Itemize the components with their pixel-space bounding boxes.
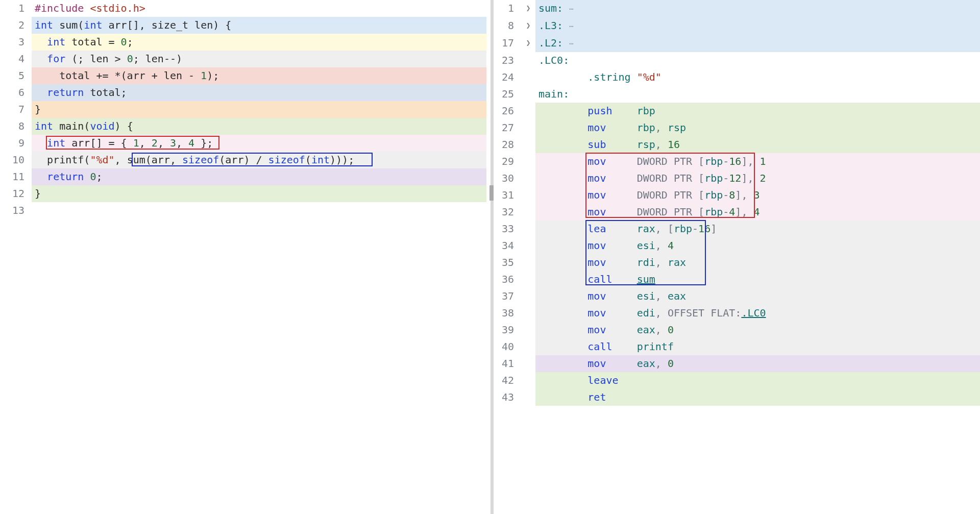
code-line[interactable]: 35 mov rdi, rax bbox=[494, 254, 980, 271]
code-content[interactable]: #include <stdio.h> bbox=[32, 0, 486, 17]
fold-chevron-icon[interactable]: ❯ bbox=[521, 17, 535, 35]
code-content[interactable]: total += *(arr + len - 1); bbox=[32, 67, 486, 84]
code-token: int bbox=[35, 120, 59, 132]
code-line[interactable]: 5 total += *(arr + len - 1); bbox=[0, 67, 486, 84]
code-content[interactable]: mov DWORD PTR [rbp-16], 1 bbox=[535, 153, 980, 170]
source-pane[interactable]: 1#include <stdio.h>2int sum(int arr[], s… bbox=[0, 0, 486, 514]
code-content[interactable]: mov esi, 4 bbox=[535, 237, 980, 254]
fold-chevron-icon[interactable]: ❯ bbox=[521, 0, 535, 17]
code-token: ( bbox=[78, 19, 84, 31]
code-line[interactable]: 38 mov edi, OFFSET FLAT:.LC0 bbox=[494, 305, 980, 322]
pane-splitter[interactable] bbox=[486, 0, 494, 514]
code-line[interactable]: 41 mov eax, 0 bbox=[494, 355, 980, 372]
code-line[interactable]: 8❯.L3: ⋯ bbox=[494, 17, 980, 35]
code-content[interactable]: int arr[] = { 1, 2, 3, 4 }; bbox=[32, 135, 486, 152]
fold-chevron-icon[interactable]: ❯ bbox=[521, 35, 535, 52]
code-token bbox=[538, 105, 587, 117]
code-content[interactable]: mov rdi, rax bbox=[535, 254, 980, 271]
code-content[interactable]: mov DWORD PTR [rbp-12], 2 bbox=[535, 170, 980, 187]
code-line[interactable]: 28 sub rsp, 16 bbox=[494, 136, 980, 153]
assembly-pane[interactable]: 1❯sum: ⋯8❯.L3: ⋯17❯.L2: ⋯23.LC0:24 .stri… bbox=[494, 0, 980, 514]
code-token: 0 bbox=[668, 324, 674, 336]
code-content[interactable]: mov DWORD PTR [rbp-8], 3 bbox=[535, 187, 980, 204]
code-token: ( bbox=[305, 154, 311, 166]
code-line[interactable]: 31 mov DWORD PTR [rbp-8], 3 bbox=[494, 187, 980, 204]
code-line[interactable]: 43 ret bbox=[494, 389, 980, 406]
code-line[interactable]: 9 int arr[] = { 1, 2, 3, 4 }; bbox=[0, 135, 486, 152]
code-content[interactable]: mov esi, eax bbox=[535, 288, 980, 305]
code-line[interactable]: 6 return total; bbox=[0, 84, 486, 101]
line-number: 33 bbox=[494, 221, 521, 237]
code-line[interactable]: 11 return 0; bbox=[0, 168, 486, 185]
code-content[interactable]: mov DWORD PTR [rbp-4], 4 bbox=[535, 204, 980, 221]
code-content[interactable]: .string "%d" bbox=[535, 69, 980, 86]
code-content[interactable]: ret bbox=[535, 389, 980, 406]
line-number: 28 bbox=[494, 136, 521, 153]
code-content[interactable]: .L2: ⋯ bbox=[535, 35, 980, 52]
code-line[interactable]: 26 push rbp bbox=[494, 103, 980, 119]
code-line[interactable]: 37 mov esi, eax bbox=[494, 288, 980, 305]
code-line[interactable]: 13 bbox=[0, 202, 486, 219]
code-content[interactable]: .LC0: bbox=[535, 52, 980, 69]
code-content[interactable]: for (; len > 0; len--) bbox=[32, 51, 486, 67]
code-line[interactable]: 39 mov eax, 0 bbox=[494, 322, 980, 338]
code-token: (arr) / bbox=[219, 154, 268, 166]
code-content[interactable]: .L3: ⋯ bbox=[535, 17, 980, 35]
code-token: 4 bbox=[729, 206, 735, 218]
code-content[interactable]: mov eax, 0 bbox=[535, 322, 980, 338]
code-line[interactable]: 7} bbox=[0, 101, 486, 118]
code-content[interactable]: leave bbox=[535, 372, 980, 389]
code-line[interactable]: 24 .string "%d" bbox=[494, 69, 980, 86]
code-token: ], bbox=[735, 206, 753, 218]
code-content[interactable]: mov edi, OFFSET FLAT:.LC0 bbox=[535, 305, 980, 322]
code-line[interactable]: 1❯sum: ⋯ bbox=[494, 0, 980, 17]
code-content[interactable]: lea rax, [rbp-16] bbox=[535, 221, 980, 237]
code-line[interactable]: 10 printf("%d", sum(arr, sizeof(arr) / s… bbox=[0, 152, 486, 168]
code-content[interactable]: sum: ⋯ bbox=[535, 0, 980, 17]
code-line[interactable]: 2int sum(int arr[], size_t len) { bbox=[0, 17, 486, 34]
code-line[interactable]: 17❯.L2: ⋯ bbox=[494, 35, 980, 52]
code-line[interactable]: 29 mov DWORD PTR [rbp-16], 1 bbox=[494, 153, 980, 170]
code-line[interactable]: 1#include <stdio.h> bbox=[0, 0, 486, 17]
code-content[interactable]: call printf bbox=[535, 338, 980, 355]
code-line[interactable]: 12} bbox=[0, 185, 486, 202]
code-content[interactable]: sub rsp, 16 bbox=[535, 136, 980, 153]
code-token: , [ bbox=[655, 223, 674, 235]
code-token: DWORD PTR bbox=[637, 206, 698, 218]
code-content[interactable]: return total; bbox=[32, 84, 486, 101]
code-token: ⋯ bbox=[569, 39, 572, 47]
code-token: sizeof bbox=[182, 154, 219, 166]
code-content[interactable]: main: bbox=[535, 86, 980, 103]
line-number: 41 bbox=[494, 355, 521, 372]
code-token: main: bbox=[538, 88, 569, 100]
code-content[interactable]: push rbp bbox=[535, 103, 980, 119]
code-content[interactable]: return 0; bbox=[32, 168, 486, 185]
code-content[interactable]: mov eax, 0 bbox=[535, 355, 980, 372]
code-line[interactable]: 40 call printf bbox=[494, 338, 980, 355]
code-token bbox=[606, 206, 636, 218]
code-token: ] bbox=[710, 223, 717, 235]
code-content[interactable]: printf("%d", sum(arr, sizeof(arr) / size… bbox=[32, 152, 486, 168]
code-line[interactable]: 3 int total = 0; bbox=[0, 34, 486, 51]
code-line[interactable]: 32 mov DWORD PTR [rbp-4], 4 bbox=[494, 204, 980, 221]
code-line[interactable]: 30 mov DWORD PTR [rbp-12], 2 bbox=[494, 170, 980, 187]
splitter-handle-icon[interactable] bbox=[489, 185, 494, 201]
code-line[interactable]: 42 leave bbox=[494, 372, 980, 389]
code-line[interactable]: 33 lea rax, [rbp-16] bbox=[494, 221, 980, 237]
code-content[interactable]: int main(void) { bbox=[32, 118, 486, 135]
code-content[interactable] bbox=[32, 202, 486, 219]
code-line[interactable]: 8int main(void) { bbox=[0, 118, 486, 135]
code-content[interactable]: call sum bbox=[535, 271, 980, 288]
code-line[interactable]: 27 mov rbp, rsp bbox=[494, 119, 980, 136]
code-content[interactable]: } bbox=[32, 185, 486, 202]
code-line[interactable]: 4 for (; len > 0; len--) bbox=[0, 51, 486, 67]
code-token: 2 bbox=[152, 137, 158, 149]
code-line[interactable]: 23.LC0: bbox=[494, 52, 980, 69]
code-line[interactable]: 36 call sum bbox=[494, 271, 980, 288]
code-content[interactable]: int total = 0; bbox=[32, 34, 486, 51]
code-content[interactable]: int sum(int arr[], size_t len) { bbox=[32, 17, 486, 34]
code-content[interactable]: mov rbp, rsp bbox=[535, 119, 980, 136]
code-line[interactable]: 25main: bbox=[494, 86, 980, 103]
code-content[interactable]: } bbox=[32, 101, 486, 118]
code-line[interactable]: 34 mov esi, 4 bbox=[494, 237, 980, 254]
